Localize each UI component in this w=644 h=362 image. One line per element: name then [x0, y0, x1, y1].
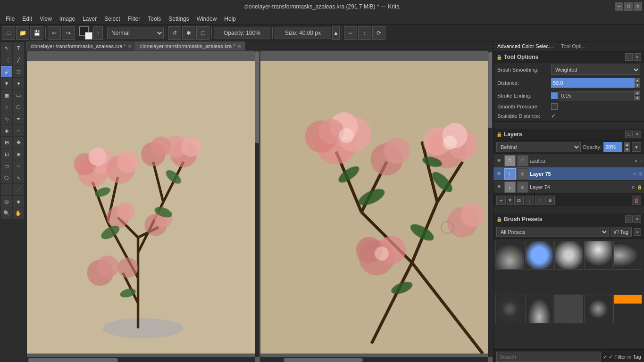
- rect-tool[interactable]: ▭: [13, 90, 24, 101]
- freehand-tool[interactable]: 〈: [1, 54, 12, 66]
- new-button[interactable]: □: [2, 26, 15, 40]
- layer-opacity-spin-down[interactable]: ▼: [624, 148, 630, 152]
- menu-select[interactable]: Select: [100, 15, 124, 23]
- layers-float-button[interactable]: □: [625, 131, 633, 138]
- layer-down-button[interactable]: ↓: [525, 196, 534, 205]
- fill-tool[interactable]: ▼: [1, 78, 12, 89]
- reset-button[interactable]: ↺: [168, 26, 181, 40]
- eraser-tool[interactable]: ◻: [13, 66, 24, 77]
- line-tool[interactable]: ╱: [13, 54, 24, 66]
- brush-presets-category-select[interactable]: All Presets: [496, 227, 609, 237]
- smooth-pressure-checkbox[interactable]: [551, 103, 558, 110]
- tool-options-float-button[interactable]: □: [625, 53, 633, 61]
- save-button[interactable]: 💾: [30, 26, 43, 40]
- canvas-left-scrollbar-h[interactable]: [27, 357, 255, 362]
- similar-select-tool[interactable]: ⋰: [13, 184, 24, 195]
- brush-presets-tag-button[interactable]: 🏷 Tag: [611, 227, 632, 237]
- canvas-panel-left[interactable]: [26, 50, 260, 362]
- canvas-right-scrollbar-v[interactable]: [488, 51, 493, 357]
- menu-window[interactable]: Window: [193, 15, 221, 23]
- open-button[interactable]: 📁: [16, 26, 29, 40]
- layer-azalea-eye[interactable]: 👁: [495, 157, 503, 165]
- distance-input[interactable]: [551, 78, 635, 88]
- brush-preset-4[interactable]: [584, 241, 613, 270]
- calligraphy-tool[interactable]: ✒: [13, 113, 24, 124]
- brush-preset-10[interactable]: [613, 295, 642, 323]
- canvas-tab-2-close[interactable]: ✕: [237, 44, 241, 49]
- canvas-tab-2[interactable]: clonelayer-transformmasks_azaleas.kra * …: [136, 41, 245, 50]
- layer-add-options-button[interactable]: ▼: [507, 196, 513, 205]
- maximize-button[interactable]: □: [624, 2, 633, 11]
- distance-spin-up[interactable]: ▲: [635, 78, 640, 82]
- menu-view[interactable]: View: [36, 15, 56, 23]
- size-spin-up[interactable]: ▲: [332, 26, 340, 40]
- brush-preset-8[interactable]: [554, 295, 583, 323]
- move-tool[interactable]: ✥: [13, 137, 24, 148]
- panel-tab-advanced-color[interactable]: Advanced Color Selec...: [493, 41, 557, 51]
- menu-tools[interactable]: Tools: [144, 15, 165, 23]
- contiguous-select-tool[interactable]: ⋮: [1, 184, 12, 195]
- layer-74-eye[interactable]: 👁: [495, 183, 503, 191]
- layer-delete-button[interactable]: 🗑: [632, 196, 641, 205]
- text-tool[interactable]: T: [13, 42, 24, 54]
- rect-select-tool[interactable]: ▭: [1, 160, 12, 172]
- brush-preset-9[interactable]: [584, 295, 613, 323]
- brush-preset-6[interactable]: [495, 295, 524, 323]
- canvas-right-scrollbar-h[interactable]: [260, 357, 488, 362]
- smart-patch-tool[interactable]: ◈: [1, 125, 12, 136]
- menu-settings[interactable]: Settings: [165, 15, 192, 23]
- layer-75-eye[interactable]: 👁: [495, 170, 503, 178]
- pan-tool[interactable]: ✋: [13, 207, 24, 219]
- brush-preset-5[interactable]: [613, 241, 642, 270]
- ellipse-select-tool[interactable]: ○: [13, 160, 24, 172]
- brush-preset-3[interactable]: [554, 241, 583, 270]
- canvas-left-scrollbar-v[interactable]: [255, 51, 259, 357]
- undo-button[interactable]: ↩: [48, 26, 61, 40]
- polygon-tool[interactable]: ⬡: [13, 101, 24, 113]
- blend-mode-select[interactable]: Normal Multiply Screen: [107, 27, 164, 39]
- freehand-select-tool[interactable]: ∿: [13, 172, 24, 183]
- brush-presets-more-button[interactable]: ≡: [634, 228, 641, 236]
- brush-presets-float-button[interactable]: □: [625, 215, 633, 223]
- layer-copy-button[interactable]: ⧉: [514, 196, 524, 205]
- brush-presets-close-button[interactable]: ✕: [634, 215, 641, 223]
- canvas-panel-right[interactable]: [260, 50, 493, 362]
- menu-edit[interactable]: Edit: [18, 15, 36, 23]
- layer-more-button[interactable]: ≡: [545, 196, 555, 205]
- flip-h-button[interactable]: ↔: [344, 26, 357, 40]
- rotate-button[interactable]: ⟳: [372, 26, 385, 40]
- color-select-tool[interactable]: ◈: [13, 196, 24, 207]
- brush-preset-1[interactable]: [495, 241, 524, 270]
- symmetry-button[interactable]: ⬡: [196, 26, 209, 40]
- eraser-button[interactable]: ✱: [182, 26, 195, 40]
- layer-add-button[interactable]: +: [496, 196, 506, 205]
- distance-spin-down[interactable]: ▼: [635, 83, 640, 88]
- canvas-tab-1[interactable]: clonelayer-transformmasks_azaleas.kra * …: [26, 41, 136, 50]
- canvas-tab-1-close[interactable]: ✕: [128, 44, 132, 49]
- eyedropper-tool[interactable]: ✦: [13, 78, 24, 89]
- crop-tool[interactable]: ⊡: [1, 148, 12, 160]
- swatch-options[interactable]: ↕: [93, 26, 103, 40]
- zoom-tool[interactable]: 🔍: [1, 207, 12, 219]
- menu-image[interactable]: Image: [56, 15, 79, 23]
- minimize-button[interactable]: ─: [615, 2, 623, 11]
- brush-tool[interactable]: 🖌: [1, 66, 12, 77]
- stroke-ending-spin-down[interactable]: ▼: [635, 96, 640, 100]
- layers-filter-button[interactable]: ▼: [632, 142, 641, 152]
- tool-options-close-button[interactable]: ✕: [634, 53, 641, 61]
- layer-opacity-spin-up[interactable]: ▲: [624, 142, 630, 147]
- menu-help[interactable]: Help: [220, 15, 240, 23]
- path-tool[interactable]: ∿: [1, 113, 12, 124]
- brush-preset-2[interactable]: [525, 241, 554, 270]
- color-swatches[interactable]: [79, 26, 92, 40]
- polygon-select-tool[interactable]: ⬠: [1, 172, 12, 183]
- layer-blend-mode-select[interactable]: Behind Normal Multiply: [496, 142, 581, 152]
- close-button[interactable]: ✕: [634, 2, 642, 11]
- transform-tool[interactable]: ⊞: [1, 137, 12, 148]
- redo-button[interactable]: ↪: [62, 26, 75, 40]
- stroke-ending-input[interactable]: [559, 91, 635, 100]
- menu-file[interactable]: File: [2, 15, 18, 23]
- assistant-tool[interactable]: ⊕: [13, 148, 24, 160]
- layer-up-button[interactable]: ↑: [535, 196, 544, 205]
- menu-layer[interactable]: Layer: [79, 15, 100, 23]
